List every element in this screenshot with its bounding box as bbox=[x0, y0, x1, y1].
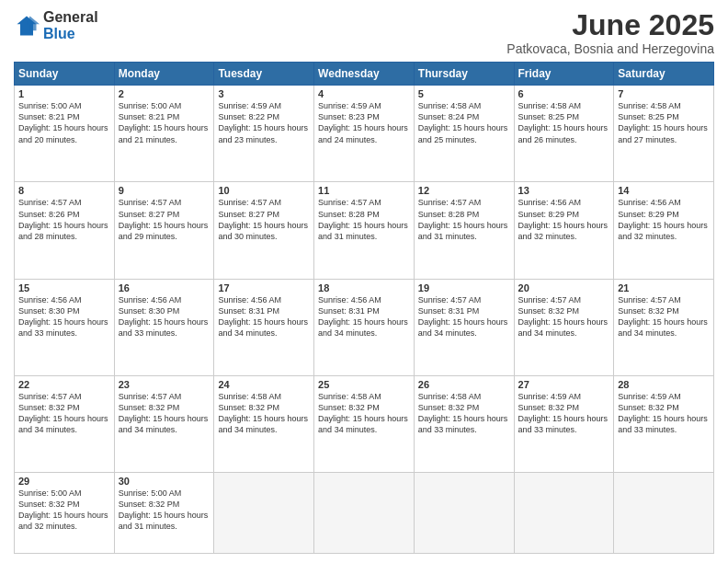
table-row: 11 Sunrise: 4:57 AMSunset: 8:28 PMDaylig… bbox=[314, 182, 415, 279]
day-number: 27 bbox=[518, 379, 610, 390]
day-number: 11 bbox=[318, 185, 410, 196]
day-number: 28 bbox=[618, 379, 710, 390]
day-info: Sunrise: 4:56 AMSunset: 8:29 PMDaylight:… bbox=[518, 198, 609, 240]
day-number: 15 bbox=[18, 282, 110, 293]
day-info: Sunrise: 4:58 AMSunset: 8:25 PMDaylight:… bbox=[618, 101, 708, 144]
day-info: Sunrise: 4:57 AMSunset: 8:32 PMDaylight:… bbox=[119, 392, 209, 434]
col-wednesday: Wednesday bbox=[314, 63, 415, 86]
table-row: 10 Sunrise: 4:57 AMSunset: 8:27 PMDaylig… bbox=[214, 182, 314, 279]
day-number: 8 bbox=[18, 185, 110, 196]
day-info: Sunrise: 4:58 AMSunset: 8:32 PMDaylight:… bbox=[218, 392, 308, 434]
day-info: Sunrise: 4:58 AMSunset: 8:32 PMDaylight:… bbox=[318, 392, 408, 434]
day-info: Sunrise: 4:57 AMSunset: 8:31 PMDaylight:… bbox=[418, 295, 508, 338]
table-row: 9 Sunrise: 4:57 AMSunset: 8:27 PMDayligh… bbox=[114, 182, 214, 279]
day-info: Sunrise: 4:59 AMSunset: 8:22 PMDaylight:… bbox=[218, 101, 308, 144]
day-number: 21 bbox=[618, 282, 710, 293]
table-row: 14 Sunrise: 4:56 AMSunset: 8:29 PMDaylig… bbox=[614, 182, 714, 279]
table-row: 17 Sunrise: 4:56 AMSunset: 8:31 PMDaylig… bbox=[214, 279, 314, 375]
col-saturday: Saturday bbox=[614, 63, 714, 86]
col-friday: Friday bbox=[514, 63, 614, 86]
day-info: Sunrise: 4:58 AMSunset: 8:24 PMDaylight:… bbox=[418, 101, 508, 144]
day-info: Sunrise: 5:00 AMSunset: 8:21 PMDaylight:… bbox=[18, 101, 108, 144]
day-info: Sunrise: 4:57 AMSunset: 8:32 PMDaylight:… bbox=[518, 295, 609, 338]
table-row bbox=[414, 473, 514, 554]
table-row: 16 Sunrise: 4:56 AMSunset: 8:30 PMDaylig… bbox=[114, 279, 214, 375]
table-row: 5 Sunrise: 4:58 AMSunset: 8:24 PMDayligh… bbox=[414, 86, 514, 182]
day-number: 6 bbox=[518, 88, 610, 99]
day-info: Sunrise: 5:00 AMSunset: 8:32 PMDaylight:… bbox=[18, 488, 108, 531]
calendar-table: Sunday Monday Tuesday Wednesday Thursday… bbox=[14, 62, 714, 554]
day-number: 23 bbox=[119, 379, 210, 390]
day-number: 16 bbox=[119, 282, 210, 293]
day-info: Sunrise: 4:57 AMSunset: 8:27 PMDaylight:… bbox=[119, 198, 209, 240]
table-row: 15 Sunrise: 4:56 AMSunset: 8:30 PMDaylig… bbox=[15, 279, 115, 375]
table-row: 3 Sunrise: 4:59 AMSunset: 8:22 PMDayligh… bbox=[214, 86, 314, 182]
col-monday: Monday bbox=[114, 63, 214, 86]
table-row: 6 Sunrise: 4:58 AMSunset: 8:25 PMDayligh… bbox=[514, 86, 614, 182]
logo-blue-text: Blue bbox=[43, 26, 98, 42]
day-number: 9 bbox=[119, 185, 210, 196]
day-info: Sunrise: 4:57 AMSunset: 8:28 PMDaylight:… bbox=[418, 198, 508, 240]
day-number: 3 bbox=[218, 88, 310, 99]
header-row: Sunday Monday Tuesday Wednesday Thursday… bbox=[15, 63, 714, 86]
day-info: Sunrise: 4:56 AMSunset: 8:30 PMDaylight:… bbox=[18, 295, 108, 338]
table-row bbox=[314, 473, 415, 554]
day-number: 20 bbox=[518, 282, 610, 293]
table-row: 22 Sunrise: 4:57 AMSunset: 8:32 PMDaylig… bbox=[15, 375, 115, 472]
table-row: 7 Sunrise: 4:58 AMSunset: 8:25 PMDayligh… bbox=[614, 86, 714, 182]
day-info: Sunrise: 4:59 AMSunset: 8:32 PMDaylight:… bbox=[618, 392, 708, 434]
logo-icon bbox=[14, 13, 40, 39]
day-info: Sunrise: 4:57 AMSunset: 8:32 PMDaylight:… bbox=[18, 392, 108, 434]
day-number: 1 bbox=[18, 88, 110, 99]
table-row: 2 Sunrise: 5:00 AMSunset: 8:21 PMDayligh… bbox=[114, 86, 214, 182]
table-row: 13 Sunrise: 4:56 AMSunset: 8:29 PMDaylig… bbox=[514, 182, 614, 279]
table-row bbox=[614, 473, 714, 554]
table-row: 8 Sunrise: 4:57 AMSunset: 8:26 PMDayligh… bbox=[15, 182, 115, 279]
day-info: Sunrise: 4:59 AMSunset: 8:32 PMDaylight:… bbox=[518, 392, 609, 434]
logo-text: General Blue bbox=[43, 9, 98, 41]
table-row bbox=[214, 473, 314, 554]
day-info: Sunrise: 4:56 AMSunset: 8:31 PMDaylight:… bbox=[218, 295, 308, 338]
day-number: 30 bbox=[119, 476, 210, 487]
day-number: 18 bbox=[318, 282, 410, 293]
table-row: 20 Sunrise: 4:57 AMSunset: 8:32 PMDaylig… bbox=[514, 279, 614, 375]
logo: General Blue bbox=[14, 9, 98, 41]
day-info: Sunrise: 4:57 AMSunset: 8:28 PMDaylight:… bbox=[318, 198, 408, 240]
table-row: 1 Sunrise: 5:00 AMSunset: 8:21 PMDayligh… bbox=[15, 86, 115, 182]
day-number: 12 bbox=[418, 185, 510, 196]
col-sunday: Sunday bbox=[15, 63, 115, 86]
day-number: 2 bbox=[119, 88, 210, 99]
day-number: 7 bbox=[618, 88, 710, 99]
day-info: Sunrise: 4:59 AMSunset: 8:23 PMDaylight:… bbox=[318, 101, 408, 144]
day-info: Sunrise: 4:57 AMSunset: 8:26 PMDaylight:… bbox=[18, 198, 108, 240]
day-number: 29 bbox=[18, 476, 110, 487]
day-info: Sunrise: 4:57 AMSunset: 8:27 PMDaylight:… bbox=[218, 198, 308, 240]
table-row: 12 Sunrise: 4:57 AMSunset: 8:28 PMDaylig… bbox=[414, 182, 514, 279]
day-info: Sunrise: 4:56 AMSunset: 8:31 PMDaylight:… bbox=[318, 295, 408, 338]
day-number: 14 bbox=[618, 185, 710, 196]
day-info: Sunrise: 5:00 AMSunset: 8:32 PMDaylight:… bbox=[119, 488, 209, 531]
col-tuesday: Tuesday bbox=[214, 63, 314, 86]
day-info: Sunrise: 4:58 AMSunset: 8:25 PMDaylight:… bbox=[518, 101, 609, 144]
day-number: 13 bbox=[518, 185, 610, 196]
table-row: 24 Sunrise: 4:58 AMSunset: 8:32 PMDaylig… bbox=[214, 375, 314, 472]
table-row: 25 Sunrise: 4:58 AMSunset: 8:32 PMDaylig… bbox=[314, 375, 415, 472]
day-number: 5 bbox=[418, 88, 510, 99]
day-number: 25 bbox=[318, 379, 410, 390]
day-info: Sunrise: 4:56 AMSunset: 8:30 PMDaylight:… bbox=[119, 295, 209, 338]
table-row: 27 Sunrise: 4:59 AMSunset: 8:32 PMDaylig… bbox=[514, 375, 614, 472]
calendar-title: June 2025 bbox=[506, 9, 714, 41]
day-info: Sunrise: 4:56 AMSunset: 8:29 PMDaylight:… bbox=[618, 198, 708, 240]
day-number: 19 bbox=[418, 282, 510, 293]
table-row: 29 Sunrise: 5:00 AMSunset: 8:32 PMDaylig… bbox=[15, 473, 115, 554]
day-number: 10 bbox=[218, 185, 310, 196]
day-number: 17 bbox=[218, 282, 310, 293]
day-number: 26 bbox=[418, 379, 510, 390]
table-row: 18 Sunrise: 4:56 AMSunset: 8:31 PMDaylig… bbox=[314, 279, 415, 375]
logo-general-text: General bbox=[43, 9, 98, 26]
day-info: Sunrise: 4:58 AMSunset: 8:32 PMDaylight:… bbox=[418, 392, 508, 434]
table-row: 4 Sunrise: 4:59 AMSunset: 8:23 PMDayligh… bbox=[314, 86, 415, 182]
header: General Blue June 2025 Patkovaca, Bosnia… bbox=[14, 9, 714, 56]
table-row: 19 Sunrise: 4:57 AMSunset: 8:31 PMDaylig… bbox=[414, 279, 514, 375]
day-number: 24 bbox=[218, 379, 310, 390]
